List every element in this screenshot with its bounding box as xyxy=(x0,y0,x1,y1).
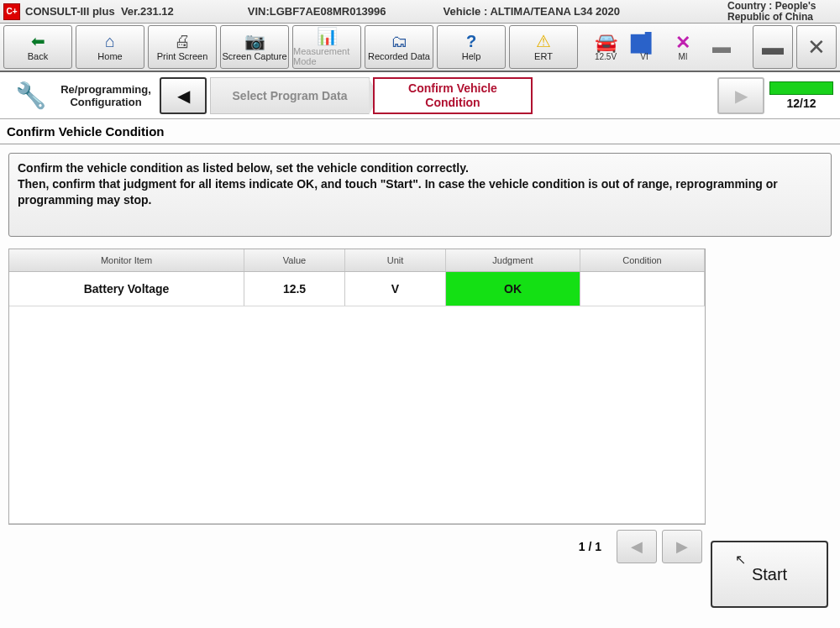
start-button[interactable]: Start xyxy=(711,541,828,608)
pager-text: 1 / 1 xyxy=(579,540,601,553)
close-icon: ✕ xyxy=(807,34,826,60)
car-icon: 🚘 xyxy=(595,34,617,52)
mode-label: Re/programming, Configuration xyxy=(55,83,156,108)
battery-icon: ▬ xyxy=(712,38,731,56)
back-label: Back xyxy=(28,51,48,61)
recorded-data-button[interactable]: 🗂 Recorded Data xyxy=(365,25,433,69)
minimize-button[interactable]: ▬ xyxy=(753,25,793,69)
back-button[interactable]: ⬅ Back xyxy=(3,25,72,69)
vehicle-display: Vehicle : ALTIMA/TEANA L34 2020 xyxy=(444,5,620,18)
th-judgment: Judgment xyxy=(446,249,580,271)
triangle-left-icon: ◀ xyxy=(177,86,190,106)
capture-label: Screen Capture xyxy=(222,51,286,61)
condition-table: Monitor Item Value Unit Judgment Conditi… xyxy=(8,249,706,525)
step-bar: 🔧 Re/programming, Configuration ◀ Select… xyxy=(0,72,840,119)
th-value: Value xyxy=(244,249,345,271)
status-icons-group: 🚘 12.5V ▇▌ VI ✕ MI ▬ xyxy=(586,25,741,69)
step-next-button: ▶ xyxy=(717,77,764,114)
app-logo-icon: C+ xyxy=(3,3,20,20)
warning-icon: ⚠ xyxy=(536,33,551,50)
printer-icon: 🖨 xyxy=(174,33,191,50)
triangle-left-icon: ◀ xyxy=(631,537,643,556)
cell-condition xyxy=(580,272,705,306)
vi-status: ▇▌ VI xyxy=(625,34,664,61)
cell-judgment: OK xyxy=(446,272,580,306)
mi-status: ✕ MI xyxy=(664,34,702,61)
th-monitor-item: Monitor Item xyxy=(9,249,244,271)
table-body: Battery Voltage 12.5 V OK xyxy=(9,272,705,524)
step-prev-button[interactable]: ◀ xyxy=(160,77,207,114)
instruction-box: Confirm the vehicle condition as listed … xyxy=(8,153,832,237)
measurement-mode-button: 📊 Measurement Mode xyxy=(292,25,361,69)
close-button[interactable]: ✕ xyxy=(796,25,837,69)
th-condition: Condition xyxy=(580,249,705,271)
section-title: Confirm Vehicle Condition xyxy=(0,119,840,144)
vin-display: VIN:LGBF7AE08MR013996 xyxy=(248,5,386,18)
crumb-confirm-vehicle-condition: Confirm Vehicle Condition xyxy=(373,77,533,114)
vi-icon: ▇▌ xyxy=(631,34,659,52)
camera-icon: 📷 xyxy=(244,33,265,50)
voltage-status: 🚘 12.5V xyxy=(586,34,625,61)
app-name: CONSULT-III plus Ver.231.12 xyxy=(25,5,174,18)
crumb-current-label: Confirm Vehicle Condition xyxy=(390,81,516,108)
triangle-right-icon: ▶ xyxy=(735,86,748,106)
help-label: Help xyxy=(462,51,481,61)
main-toolbar: ⬅ Back ⌂ Home 🖨 Print Screen 📷 Screen Ca… xyxy=(0,24,840,72)
print-screen-button[interactable]: 🖨 Print Screen xyxy=(148,25,217,69)
ert-button[interactable]: ⚠ ERT xyxy=(509,25,578,69)
home-label: Home xyxy=(97,51,122,61)
home-icon: ⌂ xyxy=(105,33,115,50)
measurement-icon: 📊 xyxy=(317,28,338,44)
main-content: Confirm the vehicle condition as listed … xyxy=(0,144,840,567)
pager-next-button: ▶ xyxy=(662,530,702,563)
recorded-data-icon: 🗂 xyxy=(391,33,407,50)
cell-value: 12.5 xyxy=(244,272,345,306)
crumb-select-program-data: Select Program Data xyxy=(210,77,370,114)
th-unit: Unit xyxy=(345,249,446,271)
vi-label: VI xyxy=(640,52,648,61)
start-label: Start xyxy=(752,565,787,584)
table-row: Battery Voltage 12.5 V OK xyxy=(9,272,705,306)
crumb-prev-label: Select Program Data xyxy=(233,89,348,102)
title-bar: C+ CONSULT-III plus Ver.231.12 VIN:LGBF7… xyxy=(0,0,840,24)
progress-indicator: 12/12 xyxy=(768,77,835,114)
home-button[interactable]: ⌂ Home xyxy=(76,25,144,69)
voltage-label: 12.5V xyxy=(595,52,617,61)
progress-bar xyxy=(769,81,833,95)
battery-status: ▬ xyxy=(702,38,741,56)
pager-prev-button: ◀ xyxy=(617,530,657,563)
mi-x-icon: ✕ xyxy=(675,34,690,52)
cell-item: Battery Voltage xyxy=(9,272,244,306)
reprogramming-icon: 🔧 xyxy=(5,78,55,113)
table-pager: 1 / 1 ◀ ▶ xyxy=(8,525,706,563)
mi-label: MI xyxy=(678,52,687,61)
back-arrow-icon: ⬅ xyxy=(31,33,45,50)
ert-label: ERT xyxy=(534,51,553,61)
minimize-icon: ▬ xyxy=(762,34,784,60)
table-header: Monitor Item Value Unit Judgment Conditi… xyxy=(9,249,705,272)
print-label: Print Screen xyxy=(157,51,208,61)
country-display: Country : People's Republic of China xyxy=(727,1,837,22)
progress-text: 12/12 xyxy=(786,97,816,110)
help-button[interactable]: ? Help xyxy=(437,25,506,69)
measurement-label: Measurement Mode xyxy=(293,46,360,66)
cell-unit: V xyxy=(345,272,446,306)
recorded-label: Recorded Data xyxy=(368,51,430,61)
triangle-right-icon: ▶ xyxy=(676,537,688,556)
help-icon: ? xyxy=(466,33,476,50)
screen-capture-button[interactable]: 📷 Screen Capture xyxy=(220,25,289,69)
